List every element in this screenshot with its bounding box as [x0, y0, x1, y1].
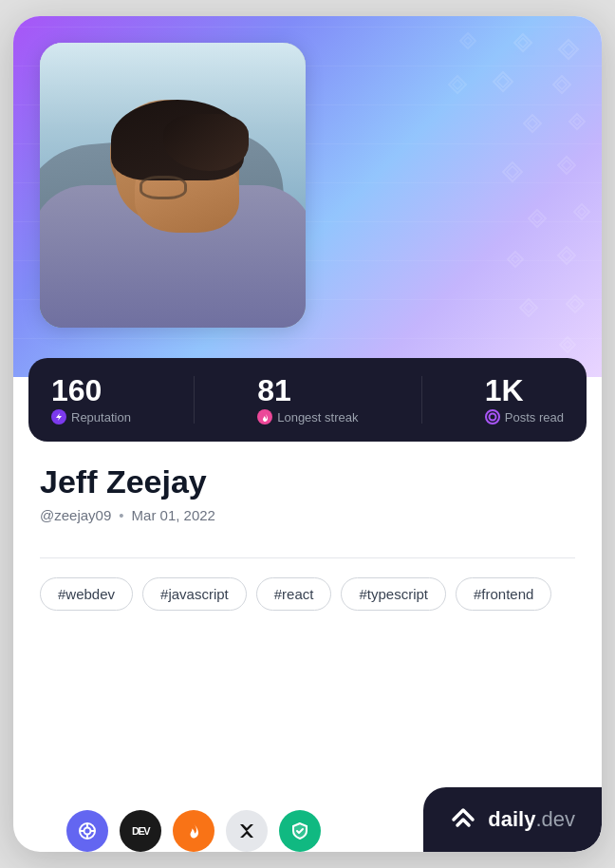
bottom-section: DEV: [13, 787, 602, 852]
svg-point-1: [489, 414, 495, 421]
stat-posts: 1K Posts read: [485, 375, 564, 425]
posts-value: 1K: [485, 375, 564, 406]
profile-username: @zeejay09: [40, 507, 111, 523]
x-twitter-icon-button[interactable]: [226, 810, 268, 852]
stats-bar: 160 Reputation 81 Longest streak 1K: [28, 358, 587, 442]
svg-marker-0: [56, 413, 62, 421]
crosshair-icon-button[interactable]: [66, 810, 108, 852]
reputation-label: Reputation: [71, 410, 131, 425]
stat-divider-2: [421, 376, 422, 424]
profile-info: Jeff Zeejay @zeejay09 • Mar 01, 2022: [13, 442, 602, 538]
stat-reputation: 160 Reputation: [51, 375, 131, 425]
profile-meta: @zeejay09 • Mar 01, 2022: [40, 507, 575, 523]
brand-text: daily.dev: [488, 807, 575, 832]
tags-section: #webdev #javascript #react #typescript #…: [13, 577, 602, 611]
social-row: DEV: [40, 791, 423, 852]
avatar: [40, 43, 306, 328]
svg-point-3: [84, 828, 91, 835]
flame-icon: [257, 409, 272, 425]
circle-icon: [485, 409, 500, 425]
tag-webdev[interactable]: #webdev: [40, 577, 133, 611]
posts-label: Posts read: [505, 410, 564, 425]
brand-suffix: .dev: [535, 807, 575, 831]
tag-react[interactable]: #react: [256, 577, 332, 611]
profile-name: Jeff Zeejay: [40, 464, 575, 500]
profile-join-date: Mar 01, 2022: [132, 507, 215, 523]
dailydev-logo-icon: [446, 802, 480, 837]
shield-app-icon-button[interactable]: [279, 810, 321, 852]
stat-streak: 81 Longest streak: [257, 375, 358, 425]
streak-label: Longest streak: [277, 410, 358, 425]
freecodecamp-icon-button[interactable]: [173, 810, 214, 852]
reputation-value: 160: [51, 375, 131, 406]
brand-logo: daily.dev: [446, 802, 575, 837]
tag-frontend[interactable]: #frontend: [456, 577, 551, 611]
stat-divider-1: [194, 376, 195, 424]
brand-badge: daily.dev: [423, 787, 602, 852]
meta-dot: •: [119, 507, 123, 523]
tag-typescript[interactable]: #typescript: [341, 577, 446, 611]
profile-card: 160 Reputation 81 Longest streak 1K: [13, 16, 602, 852]
brand-name: daily: [488, 807, 535, 831]
streak-value: 81: [257, 375, 358, 406]
tag-javascript[interactable]: #javascript: [142, 577, 247, 611]
devto-icon-button[interactable]: DEV: [120, 810, 161, 852]
bolt-icon: [51, 409, 66, 425]
hero-section: [13, 16, 602, 377]
profile-divider: [40, 557, 575, 558]
